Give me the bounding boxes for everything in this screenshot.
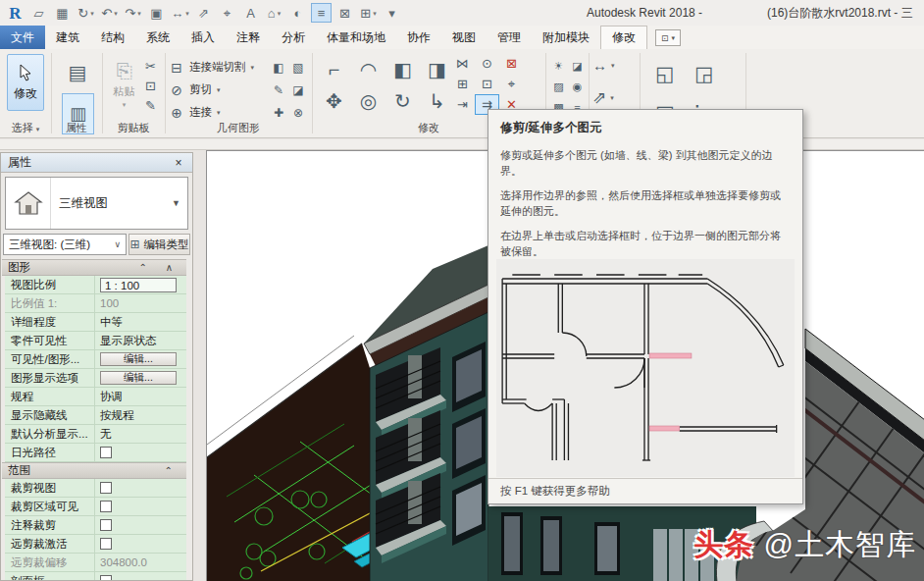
match-type-icon[interactable]: ✎ [145,95,156,115]
undo-icon[interactable]: ↶▾ [99,3,120,23]
tab-9[interactable]: 管理 [487,26,532,49]
tab-10[interactable]: 附加模块 [532,26,600,49]
pin-icon[interactable]: ⊙ [475,53,499,74]
paste-button[interactable]: ⎘ 粘贴 ▾ [106,55,142,114]
tab-8[interactable]: 视图 [441,26,487,49]
reveal-element-icon[interactable]: ◉ [568,77,587,97]
unpin-icon[interactable]: ⊠ [499,53,524,74]
measure-between-refs-icon[interactable]: ↔▾ [592,57,615,74]
measure-along-element-icon[interactable]: ⇗▾ [592,87,615,108]
join-end-cut-item[interactable]: ⊟连接端切割▾ [169,56,254,79]
paint-icon[interactable]: ✎ [269,79,288,101]
thin-lines-icon[interactable]: ≡ [311,3,332,23]
default-3d-view-icon[interactable]: ⌂▾ [264,3,284,23]
copy-icon[interactable]: ⊡ [145,76,156,95]
rotate-icon[interactable]: ↻ [385,85,420,117]
instance-selector[interactable]: 三维视图: (三维) ∨ [3,234,127,255]
shadow-icon[interactable]: ◪ [568,56,587,77]
split-face-icon[interactable]: ◪ [288,79,308,101]
cut-icon[interactable]: ✂ [145,56,156,76]
checkbox[interactable] [100,575,112,581]
tab-modify-active[interactable]: 修改 [600,26,647,49]
array-icon[interactable]: ⊞ [450,74,475,94]
value-text[interactable]: 协调 [100,390,123,404]
create-group-icon[interactable]: ◲ [685,54,724,93]
save-icon[interactable]: ▦ [52,3,73,23]
scale-icon[interactable]: ⊡ [475,74,499,94]
sync-icon[interactable]: ↻▾ [76,3,96,23]
checkbox[interactable] [100,538,112,550]
modify-context-toggle[interactable]: ⊡ ▾ [655,29,681,46]
property-grid: 图形⌃ ∧视图比例1 : 100比例值 1:100详细程度中等零件可见性显示原状… [2,259,191,580]
print-icon[interactable]: ▣ [146,3,167,23]
tab-4[interactable]: 注释 [226,26,271,49]
offset-icon[interactable]: ◠ [351,54,385,85]
cut-geometry-item[interactable]: ⊘剪切▾ [169,79,254,101]
redo-icon[interactable]: ↷▾ [123,3,143,23]
trim-corner-icon[interactable]: ↳ [420,85,454,117]
collapse-icon[interactable]: ⌃ [165,465,180,476]
chevron-down-icon: ▾ [137,10,141,17]
beam-join-icon[interactable]: ▧ [288,56,308,79]
align-icon[interactable]: ⌐ [317,54,351,85]
properties-palette-header[interactable]: 属性 × [1,153,192,173]
modify-tool-button[interactable]: 修改 [7,54,44,111]
tooltip-paragraph: 选择用作边界的参照，然后使用选择框或单独选择要修剪或延伸的图元。 [500,188,791,220]
view-scale-combo[interactable]: 1 : 100 [100,278,177,292]
move-icon[interactable]: ✥ [317,85,351,117]
join-elements-icon[interactable]: ⋈ [450,53,475,74]
value-text[interactable]: 按规程 [100,408,134,423]
measure-panel: ↔▾⇗▾ [592,57,615,108]
section-header-1[interactable]: 范围⌃ [2,462,186,479]
tab-7[interactable]: 协作 [396,26,441,49]
mirror-pick-axis-icon[interactable]: ◧ [385,54,420,85]
tag-icon[interactable]: ⌖ [217,3,237,23]
copy-element-icon: ◎ [360,89,377,113]
measure-icon[interactable]: ↔▾ [170,3,190,23]
checkbox[interactable] [100,447,112,458]
edit-button[interactable]: 编辑... [100,371,177,385]
wall-join-icon[interactable]: ◧ [269,56,288,79]
tab-0[interactable]: 建筑 [45,26,90,49]
panel-label-select[interactable]: 选择 ▾ [0,121,51,135]
copy-element-icon[interactable]: ◎ [351,85,385,117]
property-row-0-5: 图形显示选项编辑... [5,369,186,388]
mirror-draw-axis-icon[interactable]: ◨ [420,54,454,85]
tab-3[interactable]: 插入 [180,26,226,49]
edit-button[interactable]: 编辑... [100,352,177,366]
aligned-dimension-icon[interactable]: ⇗ [193,3,214,23]
collapse-icon[interactable]: ⌃ ∧ [139,262,180,273]
tab-5[interactable]: 分析 [271,26,316,49]
value-text[interactable]: 无 [100,427,112,442]
properties-palette: 属性 × 三维视图 ▼ 三维视图: (三维) ∨ ⊞ 编辑类型 图形⌃ ∧视图 [0,152,193,581]
section-header-0[interactable]: 图形⌃ ∧ [2,259,186,276]
open-file-icon[interactable]: ▱ [28,3,49,23]
edit-type-button[interactable]: ⊞ 编辑类型 [128,234,190,255]
hide-element-icon[interactable]: ▨ [549,77,568,97]
type-selector[interactable]: 三维视图 ▼ [5,177,188,230]
close-icon[interactable]: × [172,156,185,170]
value-text[interactable]: 显示原状态 [100,334,157,348]
trim-single-icon[interactable]: ⇥ [450,94,475,115]
sunlight-icon[interactable]: ☀ [549,56,568,77]
close-hidden-windows-icon[interactable]: ⊠ [334,3,355,23]
property-label: 裁剪区域可见 [5,498,95,515]
pin-lock-icon[interactable]: ⌖ [499,74,524,94]
switch-windows-icon[interactable]: ⊞▾ [358,3,379,23]
checkbox[interactable] [100,519,112,531]
property-value [95,538,186,550]
join-geometry-item-label: 连接 [189,105,212,120]
customize-qat-icon[interactable]: ▾ [382,3,402,23]
checkbox[interactable] [100,482,112,494]
tab-6[interactable]: 体量和场地 [316,26,396,49]
section-icon[interactable]: ◐ [287,3,308,23]
tab-file[interactable]: 文件 [0,26,45,49]
value-text[interactable]: 中等 [100,315,123,330]
revit-logo[interactable]: R [5,3,26,23]
selection-box-icon[interactable]: ◱ [645,54,685,93]
tab-2[interactable]: 系统 [135,26,180,49]
text-icon[interactable]: A [240,3,261,23]
properties-palette-icon[interactable]: ▤ [59,55,96,90]
tab-1[interactable]: 结构 [90,26,135,49]
checkbox[interactable] [100,501,112,512]
